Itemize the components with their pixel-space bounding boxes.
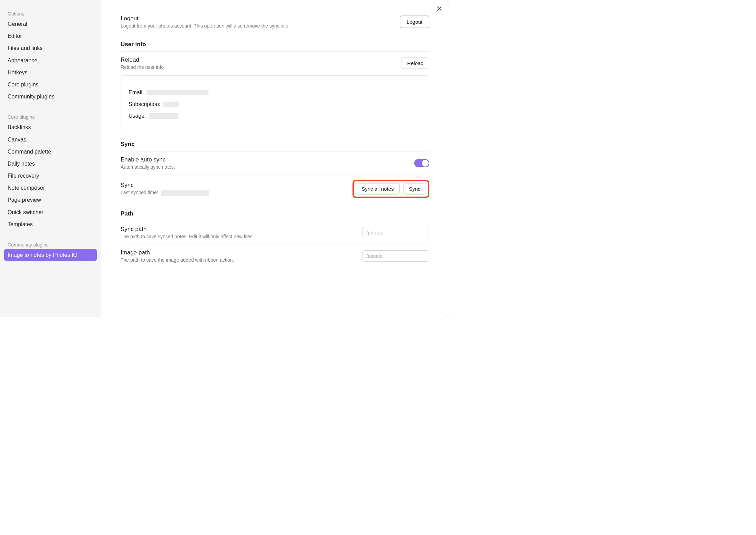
sidebar-item-quick-switcher[interactable]: Quick switcher (4, 206, 97, 218)
sync-all-notes-button[interactable]: Sync all notes (356, 183, 399, 195)
sidebar-item-note-composer[interactable]: Note composer (4, 182, 97, 194)
sync-path-desc: The path to save synced notes. Edit it w… (121, 234, 362, 239)
sidebar-item-command-palette[interactable]: Command palette (4, 146, 97, 158)
auto-sync-title: Enable auto sync (121, 156, 414, 163)
image-path-desc: The path to save the image added with ri… (121, 257, 362, 263)
reload-title: Reload (121, 56, 401, 63)
auto-sync-desc: Automatically sync notes. (121, 164, 414, 170)
logout-button[interactable]: Logout (400, 15, 429, 28)
email-value-redacted (146, 90, 208, 95)
section-path: Path (121, 203, 429, 221)
sidebar-item-canvas[interactable]: Canvas (4, 134, 97, 146)
sync-path-title: Sync path (121, 226, 362, 233)
section-user-info: User info (121, 33, 429, 52)
close-icon[interactable] (436, 5, 443, 12)
section-sync: Sync (121, 133, 429, 151)
setting-auto-sync: Enable auto sync Automatically sync note… (121, 151, 429, 175)
sync-desc-prefix: Last synced time: (121, 190, 158, 195)
setting-sync-path: Sync path The path to save synced notes.… (121, 221, 429, 244)
sync-button[interactable]: Sync (403, 183, 426, 195)
sidebar-section-core-plugins: Core plugins (4, 112, 97, 121)
sidebar-item-files-and-links[interactable]: Files and links (4, 42, 97, 54)
sidebar: Options General Editor Files and links A… (0, 0, 101, 317)
sync-title: Sync (121, 182, 353, 189)
sidebar-item-editor[interactable]: Editor (4, 30, 97, 42)
auto-sync-toggle[interactable] (414, 159, 429, 167)
user-info-card: Email: Subscription: Usage: (121, 75, 429, 133)
sidebar-section-options: Options (4, 8, 97, 18)
usage-value-redacted (149, 113, 178, 119)
sidebar-item-daily-notes[interactable]: Daily notes (4, 158, 97, 170)
setting-logout: Logout Logout from your photes account. … (121, 10, 429, 33)
setting-reload: Reload Reload the user info Reload (121, 52, 429, 75)
last-synced-time-redacted (161, 190, 209, 196)
settings-modal: Options General Editor Files and links A… (0, 0, 449, 317)
setting-sync: Sync Last synced time: Sync all notes Sy… (121, 175, 429, 203)
subscription-label: Subscription: (129, 101, 161, 107)
setting-image-path: Image path The path to save the image ad… (121, 244, 429, 268)
image-path-input[interactable] (362, 250, 429, 262)
sidebar-item-community-plugins[interactable]: Community plugins (4, 91, 97, 103)
sidebar-item-templates[interactable]: Templates (4, 218, 97, 230)
usage-label: Usage: (129, 113, 146, 119)
email-label: Email: (129, 90, 144, 96)
subscription-value-redacted (163, 102, 179, 107)
sidebar-item-image-to-notes[interactable]: Image to notes by Photes.IO (4, 249, 97, 261)
sidebar-section-community-plugins: Community plugins (4, 239, 97, 249)
logout-title: Logout (121, 15, 400, 22)
logout-desc: Logout from your photes account. This op… (121, 23, 400, 29)
image-path-title: Image path (121, 249, 362, 256)
sidebar-item-hotkeys[interactable]: Hotkeys (4, 66, 97, 78)
sidebar-item-file-recovery[interactable]: File recovery (4, 170, 97, 182)
sidebar-item-appearance[interactable]: Appearance (4, 54, 97, 66)
sync-desc: Last synced time: (121, 190, 353, 196)
sidebar-item-backlinks[interactable]: Backlinks (4, 121, 97, 133)
sync-buttons-highlight: Sync all notes Sync (353, 180, 429, 198)
sidebar-item-core-plugins[interactable]: Core plugins (4, 78, 97, 91)
sidebar-item-page-preview[interactable]: Page preview (4, 194, 97, 206)
sync-path-input[interactable] (362, 227, 429, 238)
sidebar-item-general[interactable]: General (4, 18, 97, 30)
content-panel: Logout Logout from your photes account. … (101, 0, 449, 317)
reload-desc: Reload the user info (121, 64, 401, 70)
reload-button[interactable]: Reload (401, 57, 429, 69)
